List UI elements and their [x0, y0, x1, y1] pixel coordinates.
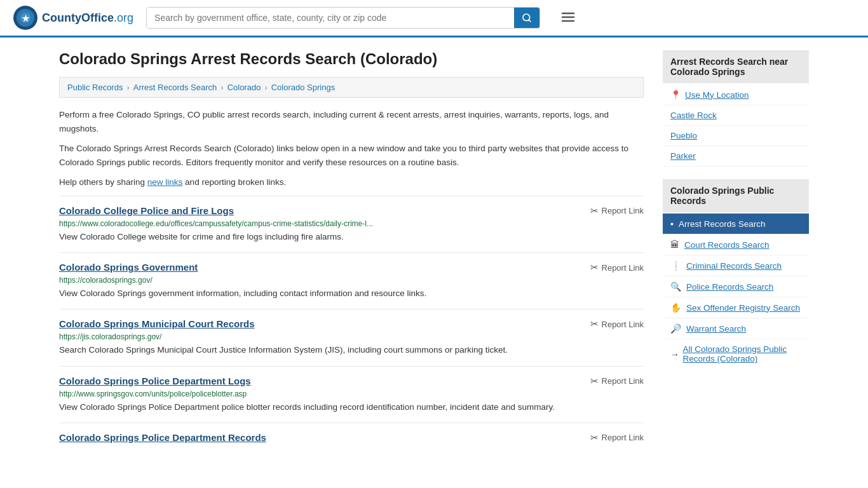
logo-area: ★ CountyOffice.org — [13, 5, 133, 30]
result-item: Colorado Springs Municipal Court Records… — [59, 309, 644, 365]
breadcrumb-colorado-springs[interactable]: Colorado Springs — [271, 83, 335, 92]
result-desc: View Colorado Springs government informa… — [59, 287, 644, 300]
sidebar-nearby-section: Arrest Records Search near Colorado Spri… — [663, 50, 809, 166]
report-link-text: Report Link — [602, 206, 644, 215]
court-icon: 🏛 — [670, 240, 679, 250]
police-records-link[interactable]: Police Records Search — [686, 282, 773, 292]
main-container: Colorado Springs Arrest Records Search (… — [46, 37, 822, 468]
description-3: Help others by sharing new links and rep… — [59, 175, 644, 189]
breadcrumb: Public Records › Arrest Records Search ›… — [59, 77, 644, 98]
scissors-icon: ✂ — [590, 376, 599, 387]
search-icon — [522, 13, 532, 23]
result-url: https://jis.coloradosprings.gov/ — [59, 332, 644, 341]
breadcrumb-colorado[interactable]: Colorado — [227, 83, 261, 92]
report-link-text: Report Link — [602, 320, 644, 329]
page-title: Colorado Springs Arrest Records Search (… — [59, 50, 644, 68]
breadcrumb-arrest-records[interactable]: Arrest Records Search — [133, 83, 217, 92]
content: Colorado Springs Arrest Records Search (… — [59, 50, 644, 455]
result-header: Colorado College Police and Fire Logs ✂ … — [59, 205, 644, 217]
new-links-link[interactable]: new links — [147, 177, 183, 187]
results-list: Colorado College Police and Fire Logs ✂ … — [59, 196, 644, 455]
description-1: Perform a free Colorado Springs, CO publ… — [59, 108, 644, 135]
sex-offender-link[interactable]: Sex Offender Registry Search — [686, 303, 800, 313]
court-records-link[interactable]: Court Records Search — [684, 240, 770, 250]
result-item: Colorado College Police and Fire Logs ✂ … — [59, 196, 644, 252]
report-link-text: Report Link — [602, 263, 644, 273]
pueblo-link[interactable]: Pueblo — [670, 131, 697, 140]
warrant-icon: 🔎 — [670, 323, 681, 334]
hamburger-button[interactable] — [558, 7, 578, 29]
breadcrumb-public-records[interactable]: Public Records — [67, 83, 123, 92]
sidebar: Arrest Records Search near Colorado Spri… — [663, 50, 809, 455]
sidebar-item-arrest-records[interactable]: ▪ Arrest Records Search — [663, 214, 809, 234]
scissors-icon: ✂ — [590, 318, 599, 330]
result-title[interactable]: Colorado College Police and Fire Logs — [59, 205, 234, 216]
scissors-icon: ✂ — [590, 205, 599, 217]
result-header: Colorado Springs Municipal Court Records… — [59, 318, 644, 330]
search-bar-container — [146, 7, 540, 29]
criminal-records-link[interactable]: Criminal Records Search — [686, 261, 782, 271]
result-desc: View Colorado Springs Police Department … — [59, 401, 644, 414]
nearby-location-2[interactable]: Parker — [663, 146, 809, 166]
breadcrumb-sep-2: › — [220, 83, 223, 92]
sidebar-item-sex-offender[interactable]: ✋ Sex Offender Registry Search — [663, 297, 809, 318]
result-title[interactable]: Colorado Springs Government — [59, 262, 198, 273]
header: ★ CountyOffice.org — [0, 0, 868, 37]
sidebar-item-warrant-search[interactable]: 🔎 Warrant Search — [663, 318, 809, 339]
report-link-5[interactable]: ✂ Report Link — [590, 432, 644, 444]
warrant-search-link[interactable]: Warrant Search — [686, 324, 746, 334]
sidebar-nearby-title: Arrest Records Search near Colorado Spri… — [663, 50, 809, 83]
result-header: Colorado Springs Police Department Recor… — [59, 432, 644, 444]
breadcrumb-sep-3: › — [264, 83, 267, 92]
sidebar-item-criminal-records[interactable]: ❕ Criminal Records Search — [663, 255, 809, 276]
scissors-icon: ✂ — [590, 432, 599, 444]
logo-icon: ★ — [13, 5, 38, 30]
report-link-text: Report Link — [602, 376, 644, 386]
result-desc: Search Colorado Springs Municipal Court … — [59, 344, 644, 356]
sidebar-item-police-records[interactable]: 🔍 Police Records Search — [663, 276, 809, 297]
report-link-4[interactable]: ✂ Report Link — [590, 376, 644, 387]
scissors-icon: ✂ — [590, 262, 599, 273]
report-link-text: Report Link — [602, 433, 644, 442]
sidebar-item-label: Arrest Records Search — [679, 219, 766, 229]
report-link-1[interactable]: ✂ Report Link — [590, 205, 644, 217]
castle-rock-link[interactable]: Castle Rock — [670, 111, 717, 120]
report-link-2[interactable]: ✂ Report Link — [590, 262, 644, 273]
search-input[interactable] — [147, 8, 514, 28]
parker-link[interactable]: Parker — [670, 151, 696, 161]
arrow-icon: → — [670, 349, 679, 359]
result-title[interactable]: Colorado Springs Municipal Court Records — [59, 318, 255, 329]
location-pin-icon: 📍 — [670, 90, 681, 100]
result-item: Colorado Springs Police Department Logs … — [59, 366, 644, 423]
result-header: Colorado Springs Police Department Logs … — [59, 376, 644, 387]
all-records-link-item[interactable]: → All Colorado Springs Public Records (C… — [663, 339, 809, 369]
result-header: Colorado Springs Government ✂ Report Lin… — [59, 262, 644, 273]
sidebar-item-court-records[interactable]: 🏛 Court Records Search — [663, 234, 809, 255]
arrest-icon: ▪ — [670, 219, 674, 229]
hamburger-icon — [560, 10, 576, 25]
result-item: Colorado Springs Government ✂ Report Lin… — [59, 252, 644, 309]
result-url: https://coloradosprings.gov/ — [59, 276, 644, 285]
breadcrumb-sep-1: › — [126, 83, 129, 92]
result-url: https://www.coloradocollege.edu/offices/… — [59, 219, 644, 228]
result-url: http://www.springsgov.com/units/police/p… — [59, 390, 644, 398]
criminal-icon: ❕ — [670, 261, 681, 271]
use-location-item[interactable]: 📍 Use My Location — [663, 85, 809, 105]
logo-text: CountyOffice.org — [42, 11, 133, 25]
nearby-location-0[interactable]: Castle Rock — [663, 105, 809, 126]
search-button[interactable] — [514, 8, 539, 28]
result-title[interactable]: Colorado Springs Police Department Logs — [59, 376, 251, 386]
nearby-location-1[interactable]: Pueblo — [663, 126, 809, 146]
sex-offender-icon: ✋ — [670, 302, 681, 313]
use-my-location-link[interactable]: Use My Location — [685, 90, 749, 100]
sidebar-public-records-section: Colorado Springs Public Records ▪ Arrest… — [663, 179, 809, 369]
police-icon: 🔍 — [670, 281, 681, 292]
report-link-3[interactable]: ✂ Report Link — [590, 318, 644, 330]
result-title[interactable]: Colorado Springs Police Department Recor… — [59, 432, 266, 443]
result-item: Colorado Springs Police Department Recor… — [59, 423, 644, 455]
description-2: The Colorado Springs Arrest Records Sear… — [59, 142, 644, 169]
sidebar-public-records-title: Colorado Springs Public Records — [663, 179, 809, 212]
result-desc: View Colorado College website for crime … — [59, 231, 644, 243]
all-records-link[interactable]: All Colorado Springs Public Records (Col… — [683, 344, 802, 363]
svg-text:★: ★ — [22, 13, 30, 24]
